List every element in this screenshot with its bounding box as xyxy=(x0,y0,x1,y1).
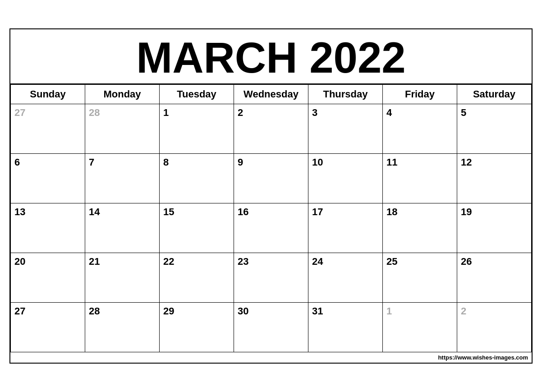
calendar-day-cell: 13 xyxy=(11,203,85,253)
calendar-day-cell: 5 xyxy=(457,104,532,154)
calendar-day-cell: 24 xyxy=(308,253,383,303)
calendar-week-row: 6789101112 xyxy=(11,154,532,203)
day-number: 15 xyxy=(163,206,230,218)
day-number: 26 xyxy=(461,256,528,267)
calendar-day-cell: 11 xyxy=(383,154,457,203)
calendar-day-cell: 15 xyxy=(160,203,234,253)
weekday-header-monday: Monday xyxy=(85,85,160,104)
day-number: 28 xyxy=(89,107,156,119)
day-number: 1 xyxy=(386,305,453,317)
day-number: 17 xyxy=(312,206,379,218)
day-number: 6 xyxy=(14,157,81,168)
weekday-header-sunday: Sunday xyxy=(11,85,85,104)
calendar-week-row: 13141516171819 xyxy=(11,203,532,253)
weekday-header-saturday: Saturday xyxy=(457,85,532,104)
calendar-title: MARCH 2022 xyxy=(10,29,532,85)
calendar-day-cell: 30 xyxy=(234,303,308,352)
day-number: 20 xyxy=(14,256,81,267)
weekday-header-row: SundayMondayTuesdayWednesdayThursdayFrid… xyxy=(11,85,532,104)
day-number: 4 xyxy=(386,107,453,119)
watermark: https://www.wishes-images.com xyxy=(10,352,532,363)
calendar-week-row: 272829303112 xyxy=(11,303,532,352)
day-number: 30 xyxy=(238,305,304,317)
day-number: 10 xyxy=(312,157,379,168)
day-number: 3 xyxy=(312,107,379,119)
day-number: 27 xyxy=(14,107,81,119)
day-number: 8 xyxy=(163,157,230,168)
day-number: 24 xyxy=(312,256,379,267)
calendar-day-cell: 28 xyxy=(85,104,160,154)
weekday-header-friday: Friday xyxy=(383,85,457,104)
day-number: 11 xyxy=(386,157,453,168)
day-number: 1 xyxy=(163,107,230,119)
calendar-day-cell: 8 xyxy=(160,154,234,203)
day-number: 14 xyxy=(89,206,156,218)
day-number: 31 xyxy=(312,305,379,317)
calendar-day-cell: 6 xyxy=(11,154,85,203)
day-number: 29 xyxy=(163,305,230,317)
weekday-header-thursday: Thursday xyxy=(308,85,383,104)
day-number: 19 xyxy=(461,206,528,218)
calendar-week-row: 272812345 xyxy=(11,104,532,154)
calendar-day-cell: 3 xyxy=(308,104,383,154)
day-number: 22 xyxy=(163,256,230,267)
day-number: 21 xyxy=(89,256,156,267)
day-number: 7 xyxy=(89,157,156,168)
calendar-day-cell: 1 xyxy=(160,104,234,154)
calendar-day-cell: 29 xyxy=(160,303,234,352)
day-number: 18 xyxy=(386,206,453,218)
calendar-day-cell: 2 xyxy=(457,303,532,352)
calendar-day-cell: 16 xyxy=(234,203,308,253)
calendar-day-cell: 21 xyxy=(85,253,160,303)
calendar-day-cell: 1 xyxy=(383,303,457,352)
calendar-day-cell: 12 xyxy=(457,154,532,203)
calendar-day-cell: 14 xyxy=(85,203,160,253)
calendar-day-cell: 2 xyxy=(234,104,308,154)
calendar-day-cell: 17 xyxy=(308,203,383,253)
day-number: 2 xyxy=(238,107,304,119)
calendar-day-cell: 23 xyxy=(234,253,308,303)
weekday-header-wednesday: Wednesday xyxy=(234,85,308,104)
calendar-day-cell: 27 xyxy=(11,104,85,154)
day-number: 12 xyxy=(461,157,528,168)
calendar-day-cell: 25 xyxy=(383,253,457,303)
calendar-day-cell: 22 xyxy=(160,253,234,303)
calendar-day-cell: 4 xyxy=(383,104,457,154)
calendar-day-cell: 10 xyxy=(308,154,383,203)
calendar-day-cell: 18 xyxy=(383,203,457,253)
calendar-container: MARCH 2022 SundayMondayTuesdayWednesdayT… xyxy=(9,28,533,364)
day-number: 9 xyxy=(238,157,304,168)
day-number: 2 xyxy=(461,305,528,317)
day-number: 25 xyxy=(386,256,453,267)
day-number: 5 xyxy=(461,107,528,119)
day-number: 16 xyxy=(238,206,304,218)
weekday-header-tuesday: Tuesday xyxy=(160,85,234,104)
calendar-day-cell: 20 xyxy=(11,253,85,303)
day-number: 23 xyxy=(238,256,304,267)
calendar-day-cell: 28 xyxy=(85,303,160,352)
day-number: 13 xyxy=(14,206,81,218)
calendar-title-text: MARCH 2022 xyxy=(136,33,406,82)
calendar-day-cell: 26 xyxy=(457,253,532,303)
calendar-day-cell: 31 xyxy=(308,303,383,352)
day-number: 28 xyxy=(89,305,156,317)
calendar-day-cell: 7 xyxy=(85,154,160,203)
calendar-day-cell: 27 xyxy=(11,303,85,352)
day-number: 27 xyxy=(14,305,81,317)
calendar-day-cell: 19 xyxy=(457,203,532,253)
calendar-week-row: 20212223242526 xyxy=(11,253,532,303)
calendar-grid: SundayMondayTuesdayWednesdayThursdayFrid… xyxy=(10,84,532,352)
calendar-day-cell: 9 xyxy=(234,154,308,203)
